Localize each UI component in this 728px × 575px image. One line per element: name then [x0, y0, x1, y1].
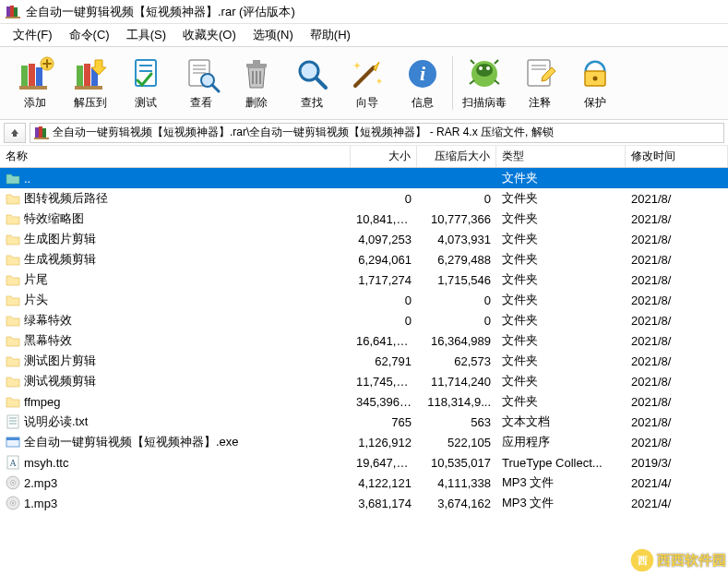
- table-row[interactable]: 2.mp3 4,122,121 4,111,338 MP3 文件 2021/4/: [0, 473, 728, 493]
- table-row[interactable]: 1.mp3 3,681,174 3,674,162 MP3 文件 2021/4/: [0, 493, 728, 513]
- file-date: 2021/8/: [626, 314, 728, 328]
- folder-icon: [6, 394, 20, 409]
- toolbar-find-button[interactable]: 查找: [284, 53, 340, 113]
- table-row[interactable]: msyh.ttc 19,647,736 10,535,017 TrueType …: [0, 452, 728, 473]
- menu-command[interactable]: 命令(C): [66, 25, 113, 45]
- toolbar-wizard-label: 向导: [356, 95, 378, 111]
- column-name[interactable]: 名称: [0, 146, 351, 167]
- extract-icon: [71, 54, 110, 93]
- table-row[interactable]: 黑幕特效 16,641,652 16,364,989 文件夹 2021/8/: [0, 330, 728, 351]
- file-name: 片头: [24, 292, 48, 308]
- table-row[interactable]: 测试视频剪辑 11,745,862 11,714,240 文件夹 2021/8/: [0, 371, 728, 391]
- list-header: 名称 大小 压缩后大小 类型 修改时间: [0, 146, 728, 168]
- window-title: 全自动一键剪辑视频【短视频神器】.rar (评估版本): [26, 4, 295, 20]
- column-date[interactable]: 修改时间: [626, 146, 728, 167]
- table-row[interactable]: 生成图片剪辑 4,097,253 4,073,931 文件夹 2021/8/: [0, 229, 728, 249]
- file-size: 16,641,652: [351, 334, 417, 348]
- file-name: 2.mp3: [24, 476, 57, 490]
- menu-file[interactable]: 文件(F): [9, 25, 56, 45]
- file-type: 文件夹: [496, 393, 626, 410]
- toolbar-wizard-button[interactable]: 向导: [340, 53, 395, 113]
- file-name: 生成图片剪辑: [24, 231, 96, 247]
- menu-options[interactable]: 选项(N): [249, 25, 297, 45]
- file-size: 6,294,061: [351, 253, 417, 267]
- table-row[interactable]: 绿幕特效 0 0 文件夹 2021/8/: [0, 310, 728, 330]
- file-type: 文件夹: [496, 231, 626, 247]
- file-date: 2021/8/: [626, 212, 728, 226]
- toolbar-comment-button[interactable]: 注释: [512, 53, 567, 113]
- file-packed: 118,314,9...: [417, 395, 496, 409]
- toolbar: 添加 解压到 测试 查看 删除 查找 向导 信息 扫描病毒 注释 保护: [0, 46, 728, 120]
- file-date: 2021/8/: [626, 273, 728, 287]
- path-text: 全自动一键剪辑视频【短视频神器】.rar\全自动一键剪辑视频【短视频神器】 - …: [53, 125, 554, 140]
- toolbar-test-label: 测试: [135, 95, 157, 111]
- file-packed: 16,364,989: [417, 334, 496, 348]
- file-size: 0: [351, 293, 417, 307]
- file-packed: 62,573: [417, 354, 496, 368]
- toolbar-info-button[interactable]: 信息: [395, 53, 450, 113]
- menu-tools[interactable]: 工具(S): [123, 25, 170, 45]
- folder-icon: [6, 333, 20, 348]
- toolbar-scan-button[interactable]: 扫描病毒: [457, 53, 512, 113]
- mp3-icon: [6, 496, 20, 510]
- file-packed: 11,714,240: [417, 375, 496, 389]
- file-type: 文件夹: [496, 271, 626, 288]
- delete-icon: [237, 54, 276, 93]
- archive-icon: [34, 126, 49, 140]
- parent-row-name: ..: [24, 172, 30, 186]
- column-type[interactable]: 类型: [496, 146, 626, 167]
- file-date: 2021/8/: [626, 233, 728, 246]
- exe-icon: [6, 435, 20, 449]
- table-row[interactable]: 生成视频剪辑 6,294,061 6,279,488 文件夹 2021/8/: [0, 249, 728, 270]
- file-size: 19,647,736: [351, 456, 417, 470]
- toolbar-delete-button[interactable]: 删除: [229, 53, 284, 113]
- table-row[interactable]: ffmpeg 345,396,1... 118,314,9... 文件夹 202…: [0, 391, 728, 412]
- table-row[interactable]: 片头 0 0 文件夹 2021/8/: [0, 290, 728, 310]
- table-row[interactable]: 图转视频后路径 0 0 文件夹 2021/8/: [0, 188, 728, 209]
- find-icon: [292, 54, 331, 93]
- title-bar: 全自动一键剪辑视频【短视频神器】.rar (评估版本): [0, 0, 728, 24]
- file-type: 文件夹: [496, 312, 626, 329]
- table-row[interactable]: 全自动一键剪辑视频【短视频神器】.exe 1,126,912 522,105 应…: [0, 432, 728, 452]
- up-button[interactable]: [4, 123, 26, 143]
- file-size: 3,681,174: [351, 497, 417, 510]
- toolbar-test-button[interactable]: 测试: [118, 53, 173, 113]
- folder-icon: [6, 313, 20, 328]
- up-arrow-icon: [8, 126, 21, 139]
- column-packed[interactable]: 压缩后大小: [417, 146, 496, 167]
- column-size[interactable]: 大小: [351, 146, 417, 167]
- table-row[interactable]: 特效缩略图 10,841,777 10,777,366 文件夹 2021/8/: [0, 209, 728, 229]
- toolbar-add-button[interactable]: 添加: [7, 53, 63, 113]
- file-type: 文件夹: [496, 353, 626, 369]
- table-row[interactable]: 说明必读.txt 765 563 文本文档 2021/8/: [0, 412, 728, 432]
- file-list[interactable]: .. 文件夹 图转视频后路径 0 0 文件夹 2021/8/ 特效缩略图 10,…: [0, 168, 728, 575]
- toolbar-view-button[interactable]: 查看: [173, 53, 229, 113]
- file-name: 生成视频剪辑: [24, 251, 96, 268]
- file-packed: 0: [417, 314, 496, 328]
- file-name: 测试图片剪辑: [24, 353, 96, 369]
- table-row[interactable]: 片尾 1,717,274 1,715,546 文件夹 2021/8/: [0, 270, 728, 290]
- toolbar-comment-label: 注释: [529, 95, 551, 111]
- path-box[interactable]: 全自动一键剪辑视频【短视频神器】.rar\全自动一键剪辑视频【短视频神器】 - …: [30, 123, 724, 143]
- menu-favorites[interactable]: 收藏夹(O): [179, 25, 240, 45]
- file-name: 黑幕特效: [24, 332, 72, 349]
- file-packed: 1,715,546: [417, 273, 496, 287]
- menu-help[interactable]: 帮助(H): [306, 25, 354, 45]
- menu-bar: 文件(F) 命令(C) 工具(S) 收藏夹(O) 选项(N) 帮助(H): [0, 24, 728, 46]
- add-icon: [16, 54, 54, 93]
- toolbar-extract-button[interactable]: 解压到: [63, 53, 118, 113]
- toolbar-view-label: 查看: [190, 95, 212, 111]
- info-icon: [403, 54, 442, 93]
- parent-folder-row[interactable]: .. 文件夹: [0, 168, 728, 188]
- test-icon: [126, 54, 165, 93]
- file-packed: 6,279,488: [417, 253, 496, 267]
- folder-icon: [6, 191, 20, 206]
- toolbar-protect-button[interactable]: 保护: [567, 53, 623, 113]
- app-icon: [6, 5, 20, 19]
- file-size: 4,097,253: [351, 233, 417, 246]
- toolbar-protect-label: 保护: [584, 95, 606, 111]
- table-row[interactable]: 测试图片剪辑 62,791 62,573 文件夹 2021/8/: [0, 351, 728, 371]
- comment-icon: [520, 54, 559, 93]
- folder-icon: [6, 353, 20, 368]
- file-date: 2021/8/: [626, 375, 728, 389]
